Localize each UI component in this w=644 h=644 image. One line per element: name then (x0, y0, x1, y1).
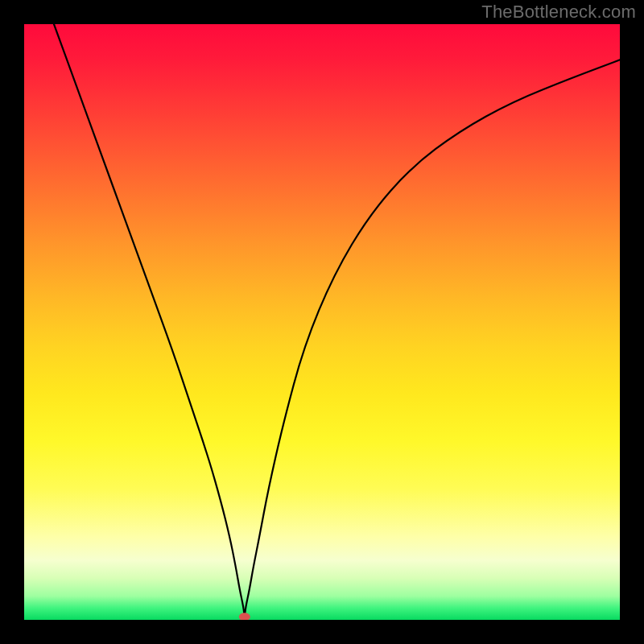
chart-svg (24, 24, 620, 620)
watermark-text: TheBottleneck.com (481, 2, 636, 23)
chart-plot-area (24, 24, 620, 620)
curve-line (54, 24, 620, 614)
curve-minimum-marker (239, 613, 250, 620)
